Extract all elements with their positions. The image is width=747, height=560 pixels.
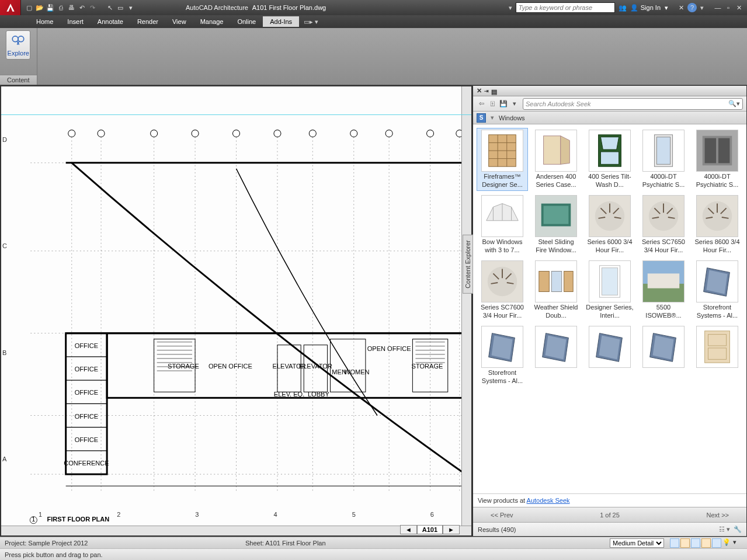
result-thumb[interactable]: Series 8600 3/4 Hour Fir... xyxy=(692,193,743,256)
tab-manage[interactable]: Manage xyxy=(193,16,231,27)
qat-dropdown-icon[interactable]: ▾ xyxy=(126,3,135,12)
result-thumb[interactable]: Designer Series, Interi... xyxy=(584,259,635,322)
settings-icon[interactable]: 🔧 xyxy=(734,526,742,533)
result-thumb[interactable]: Series 6000 3/4 Hour Fir... xyxy=(584,193,635,256)
new-icon[interactable]: ▢ xyxy=(25,3,34,12)
panel-pin-icon[interactable]: ⇥ xyxy=(484,88,489,94)
layout-next-icon[interactable]: ► xyxy=(443,525,460,534)
tab-annotate[interactable]: Annotate xyxy=(91,16,130,27)
layout-tabs[interactable]: ◄ A101 ► xyxy=(400,525,460,534)
result-thumb[interactable]: Andersen 400 Series Case... xyxy=(530,128,582,191)
tray-icon-1[interactable] xyxy=(670,538,679,548)
results-count: Results (490) xyxy=(478,526,516,533)
result-thumb[interactable] xyxy=(530,324,582,387)
device-icon[interactable]: ▭ xyxy=(116,3,125,12)
result-thumb[interactable]: Storefront Systems - Al... xyxy=(477,324,528,387)
result-thumb[interactable]: Series SC7600 3/4 Hour Fir... xyxy=(477,259,528,322)
result-thumb[interactable]: 4000i-DT Psychiatric S... xyxy=(638,128,689,191)
panel-footer-link: View products at Autodesk Seek xyxy=(473,493,746,507)
saveas-icon[interactable]: ⎙ xyxy=(56,3,65,12)
svg-rect-93 xyxy=(656,137,670,165)
camera-icon[interactable]: ▭▸ ▾ xyxy=(304,18,318,26)
layout-tab-current[interactable]: A101 xyxy=(417,525,443,534)
undo-icon[interactable]: ↶ xyxy=(77,3,86,12)
svg-text:1: 1 xyxy=(32,516,35,523)
cursor-icon[interactable]: ↖ xyxy=(105,3,114,12)
tab-addins[interactable]: Add-Ins xyxy=(263,16,299,27)
svg-point-24 xyxy=(232,130,239,137)
save-icon[interactable]: 💾 xyxy=(46,3,55,12)
thumb-label: 5500 ISOWEB®... xyxy=(640,304,687,320)
panel-menu-icon[interactable]: ▤ xyxy=(491,88,497,96)
vertical-scrollbar[interactable] xyxy=(461,86,471,526)
window-title: AutoCAD Architecture A101 First Floor Pl… xyxy=(186,4,326,12)
nav-save-icon[interactable]: 💾 xyxy=(499,100,508,107)
signin-button[interactable]: 👤Sign In▾ xyxy=(630,4,668,12)
panel-close-icon[interactable]: ✕ xyxy=(477,87,482,95)
results-grid[interactable]: Fireframes™ Designer Se...Andersen 400 S… xyxy=(473,124,746,493)
tray-icon-3[interactable] xyxy=(691,538,700,548)
infocenter-search[interactable] xyxy=(516,2,615,13)
thumb-image xyxy=(589,326,631,368)
svg-text:OFFICE: OFFICE xyxy=(75,436,99,443)
layout-prev-icon[interactable]: ◄ xyxy=(400,525,417,534)
svg-text:ELEV. EQ.: ELEV. EQ. xyxy=(274,391,304,398)
print-icon[interactable]: 🖶 xyxy=(67,3,76,12)
tray-dropdown-icon[interactable]: ▾ xyxy=(733,538,742,548)
tray-icon-4[interactable] xyxy=(701,538,711,548)
thumb-image xyxy=(696,195,738,237)
result-thumb[interactable] xyxy=(638,324,689,387)
result-thumb[interactable]: 5500 ISOWEB®... xyxy=(638,259,689,322)
infocenter-search-icon[interactable]: 👥 xyxy=(619,4,627,12)
help-icon[interactable]: ? xyxy=(687,3,697,12)
nav-dropdown-icon[interactable]: ▾ xyxy=(510,100,519,107)
result-thumb[interactable]: Series SC7650 3/4 Hour Fir... xyxy=(638,193,689,256)
app-menu-button[interactable] xyxy=(0,0,21,15)
result-thumb[interactable]: 400 Series Tilt-Wash D... xyxy=(584,128,635,191)
panel-breadcrumb[interactable]: S▾ Windows xyxy=(473,112,746,124)
breadcrumb-label: Windows xyxy=(499,114,525,121)
result-thumb[interactable]: Weather Shield Doub... xyxy=(530,259,582,322)
tab-online[interactable]: Online xyxy=(230,16,263,27)
search-icon[interactable]: 🔍▾ xyxy=(728,100,740,107)
tray-icon-2[interactable] xyxy=(680,538,690,548)
thumb-image xyxy=(696,260,738,302)
panel-search-input[interactable]: Search Autodesk Seek 🔍▾ xyxy=(523,98,743,110)
exchange-icon[interactable]: ✕ xyxy=(679,4,684,12)
maximize-icon[interactable]: ▫ xyxy=(724,4,733,12)
tab-render[interactable]: Render xyxy=(130,16,165,27)
horizontal-scrollbar[interactable]: ◄ A101 ► xyxy=(1,526,471,535)
result-thumb[interactable]: Storefront Systems - Al... xyxy=(692,259,743,322)
result-thumb[interactable]: Bow Windows with 3 to 7... xyxy=(477,193,528,256)
redo-icon[interactable]: ↷ xyxy=(88,3,97,12)
nav-back-icon[interactable]: ⇦ xyxy=(477,100,486,107)
tray-bulb-icon[interactable]: 💡 xyxy=(722,538,732,548)
tab-insert[interactable]: Insert xyxy=(60,16,91,27)
svg-marker-148 xyxy=(707,270,728,294)
pager-next[interactable]: Next >> xyxy=(706,512,729,519)
tab-home[interactable]: Home xyxy=(29,16,60,27)
title-dropdown-icon[interactable]: ▾ xyxy=(509,4,512,12)
drawing-canvas[interactable]: OFFICEOFFICE OFFICEOFFICE OFFICECONFEREN… xyxy=(0,85,472,537)
open-icon[interactable]: 📂 xyxy=(35,3,44,12)
minimize-icon[interactable]: — xyxy=(713,4,722,12)
detail-level-select[interactable]: Medium Detail xyxy=(610,538,664,548)
result-thumb[interactable] xyxy=(692,324,743,387)
view-mode-icon[interactable]: ☷ ▾ xyxy=(719,526,730,533)
user-icon: 👤 xyxy=(630,4,638,12)
explore-button[interactable]: Explore xyxy=(6,30,30,60)
result-thumb[interactable] xyxy=(584,324,635,387)
autodesk-seek-link[interactable]: Autodesk Seek xyxy=(527,497,570,504)
result-thumb[interactable]: Fireframes™ Designer Se... xyxy=(477,128,528,191)
pager-prev[interactable]: << Prev xyxy=(491,512,513,519)
nav-up-icon[interactable]: ⍐ xyxy=(488,100,497,107)
svg-marker-151 xyxy=(492,336,513,360)
svg-rect-90 xyxy=(600,152,619,164)
help-dropdown-icon[interactable]: ▾ xyxy=(700,4,704,12)
svg-text:STORAGE: STORAGE xyxy=(412,363,443,370)
result-thumb[interactable]: 4000i-DT Psychiatric S... xyxy=(692,128,743,191)
tab-view[interactable]: View xyxy=(165,16,193,27)
tray-icon-5[interactable] xyxy=(712,538,721,548)
close-icon[interactable]: ✕ xyxy=(734,4,743,12)
result-thumb[interactable]: Steel Sliding Fire Window... xyxy=(530,193,582,256)
